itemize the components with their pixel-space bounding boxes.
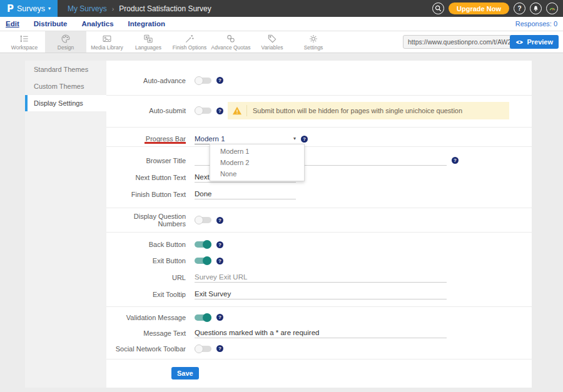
help-icon[interactable]: ?: [216, 108, 223, 114]
back-button-toggle[interactable]: [195, 241, 211, 248]
tab-integration[interactable]: Integration: [128, 20, 165, 28]
dropdown-option-modern-1[interactable]: Modern 1: [210, 146, 304, 157]
toolbar-item-label: Languages: [135, 44, 161, 51]
usage-meter-button[interactable]: [546, 3, 558, 14]
message-text-input[interactable]: Questions marked with a * are required: [195, 328, 447, 338]
media-library-icon: [102, 34, 112, 44]
display-question-numbers-row: Display Question Numbers ?: [106, 212, 532, 228]
product-switcher[interactable]: P Surveys ▾: [0, 0, 58, 17]
survey-url-field[interactable]: https://www.questionpro.com/t/AW22Zh44 ✎: [403, 35, 519, 49]
annotation-red-underline: [145, 142, 186, 144]
warning-triangle-icon: [228, 105, 247, 116]
social-network-toolbar-label: Social Network Toolbar: [106, 345, 195, 353]
design-sidebar: Standard Themes Custom Themes Display Se…: [25, 61, 106, 388]
validation-message-toggle[interactable]: [195, 314, 211, 321]
breadcrumb-parent[interactable]: My Surveys: [68, 4, 107, 13]
help-icon[interactable]: ?: [216, 241, 223, 248]
sidebar-item-standard-themes[interactable]: Standard Themes: [25, 61, 106, 78]
progress-bar-row: Progress Bar Modern 1 ▾ ?: [106, 133, 532, 145]
toolbar-item-variables[interactable]: Variables: [251, 31, 293, 53]
next-button-text-label: Next Button Text: [106, 174, 195, 181]
tab-distribute[interactable]: Distribute: [34, 20, 68, 28]
back-button-row: Back Button ?: [106, 236, 532, 253]
exit-button-toggle[interactable]: [195, 258, 211, 264]
notifications-button[interactable]: [530, 3, 542, 14]
settings-gear-icon: [308, 34, 318, 44]
toolbar-item-design[interactable]: Design: [45, 31, 86, 53]
toggle-knob: [195, 216, 203, 224]
help-icon[interactable]: ?: [216, 258, 223, 264]
help-icon[interactable]: ?: [452, 157, 459, 164]
sidebar-item-custom-themes[interactable]: Custom Themes: [25, 78, 106, 94]
exit-url-input[interactable]: Survey Exit URL: [195, 272, 447, 283]
languages-icon: [143, 34, 153, 44]
dropdown-option-modern-2[interactable]: Modern 2: [210, 157, 304, 168]
bell-icon: [532, 5, 539, 12]
auto-advance-toggle[interactable]: [195, 78, 211, 84]
preview-button[interactable]: Preview: [510, 35, 559, 49]
toolbar-item-label: Settings: [304, 44, 323, 51]
search-icon: [435, 5, 442, 12]
help-button[interactable]: ?: [514, 3, 525, 14]
question-mark-icon: ?: [517, 5, 521, 12]
finish-button-text-input[interactable]: Done: [195, 189, 296, 199]
auto-advance-row: Auto-advance ?: [106, 72, 532, 89]
toolbar-item-label: Media Library: [91, 44, 123, 51]
auto-submit-toggle[interactable]: [195, 108, 211, 114]
finish-options-icon: [185, 34, 195, 44]
progress-bar-dropdown: Modern 1 Modern 2 None: [210, 144, 305, 181]
social-network-toolbar-toggle[interactable]: [195, 346, 211, 352]
display-question-numbers-toggle[interactable]: [195, 217, 211, 223]
toggle-knob: [195, 76, 203, 85]
breadcrumb: My Surveys › Product Satisfaction Survey: [68, 4, 211, 13]
workspace-icon: [19, 34, 29, 44]
exit-tooltip-row: Exit Tooltip Exit Survey: [106, 286, 532, 303]
tab-analytics[interactable]: Analytics: [81, 20, 113, 28]
search-button[interactable]: [432, 3, 444, 14]
browser-title-row: Browser Title ?: [106, 152, 532, 169]
warning-text: Submit button will be hidden for pages w…: [247, 107, 462, 114]
topbar-actions: Upgrade Now ?: [432, 0, 558, 17]
next-button-text-row: Next Button Text Next: [106, 169, 532, 186]
responses-count[interactable]: Responses: 0: [515, 20, 557, 28]
help-icon[interactable]: ?: [216, 314, 223, 321]
help-icon[interactable]: ?: [301, 136, 308, 143]
tab-edit[interactable]: Edit: [6, 20, 19, 28]
social-network-toolbar-row: Social Network Toolbar ?: [106, 341, 532, 356]
sidebar-item-display-settings[interactable]: Display Settings: [25, 95, 106, 111]
content-area: Standard Themes Custom Themes Display Se…: [0, 53, 563, 392]
toolbar-item-finish-options[interactable]: Finish Options: [169, 31, 210, 53]
exit-button-row: Exit Button ?: [106, 253, 532, 269]
exit-button-label: Exit Button: [106, 257, 195, 264]
validation-message-label: Validation Message: [106, 314, 195, 321]
gauge-icon: [549, 5, 556, 13]
chevron-down-icon: ▾: [48, 6, 51, 11]
upgrade-now-button[interactable]: Upgrade Now: [449, 3, 509, 14]
toolbar-item-media-library[interactable]: Media Library: [86, 31, 128, 53]
message-text-label: Message Text: [106, 329, 195, 337]
exit-url-placeholder: Survey Exit URL: [195, 273, 247, 281]
progress-bar-select[interactable]: Modern 1 ▾: [195, 134, 296, 144]
toolbar-item-languages[interactable]: Languages: [128, 31, 169, 53]
display-question-numbers-label: Display Question Numbers: [106, 213, 195, 228]
toolbar-item-workspace[interactable]: Workspace: [4, 31, 45, 53]
product-switcher-label: Surveys: [17, 4, 45, 13]
toolbar-item-advance-quotas[interactable]: Advance Quotas: [210, 31, 251, 53]
help-icon[interactable]: ?: [216, 77, 223, 84]
exit-tooltip-input[interactable]: Exit Survey: [195, 289, 447, 299]
save-button[interactable]: Save: [171, 367, 199, 379]
toggle-knob: [203, 240, 211, 249]
auto-advance-label: Auto-advance: [106, 77, 195, 84]
help-icon[interactable]: ?: [216, 345, 223, 352]
advance-quotas-icon: [226, 34, 236, 44]
toolbar-item-label: Design: [58, 44, 74, 51]
toolbar-item-label: Advance Quotas: [211, 44, 251, 51]
help-icon[interactable]: ?: [216, 217, 223, 224]
breadcrumb-current: Product Satisfaction Survey: [119, 4, 211, 13]
progress-bar-selected-value: Modern 1: [195, 135, 225, 143]
toolbar-item-settings[interactable]: Settings: [293, 31, 334, 53]
toolbar-item-label: Variables: [261, 44, 283, 51]
dropdown-option-none[interactable]: None: [210, 168, 304, 179]
display-settings-panel: Auto-advance ? Auto-submit ? Submit butt…: [106, 61, 532, 388]
questionpro-logo-icon: P: [7, 3, 14, 14]
